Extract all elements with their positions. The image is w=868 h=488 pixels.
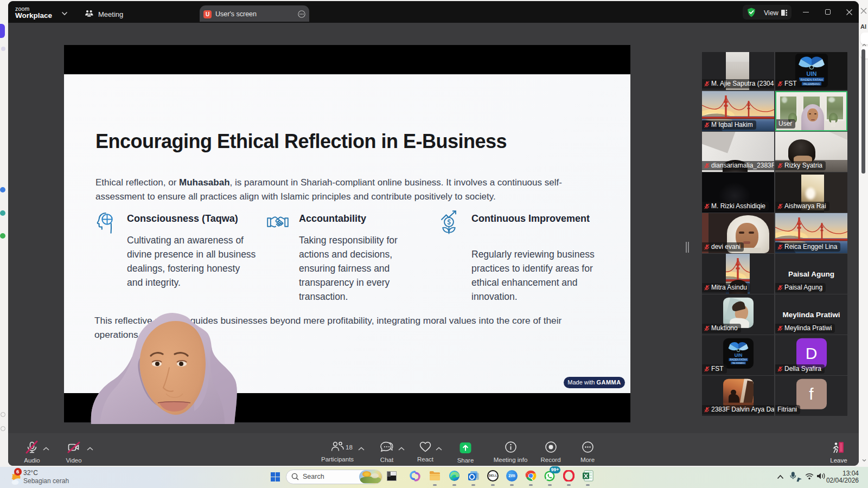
svg-text:PALEMBANG: PALEMBANG	[732, 362, 745, 364]
svg-text:PALEMBANG: PALEMBANG	[803, 82, 820, 86]
svg-text:RADEN FATAH: RADEN FATAH	[730, 358, 746, 361]
svg-text:UIN: UIN	[734, 352, 742, 358]
svg-text:RADEN FATAH: RADEN FATAH	[800, 78, 822, 81]
svg-text:UIN: UIN	[807, 70, 817, 77]
